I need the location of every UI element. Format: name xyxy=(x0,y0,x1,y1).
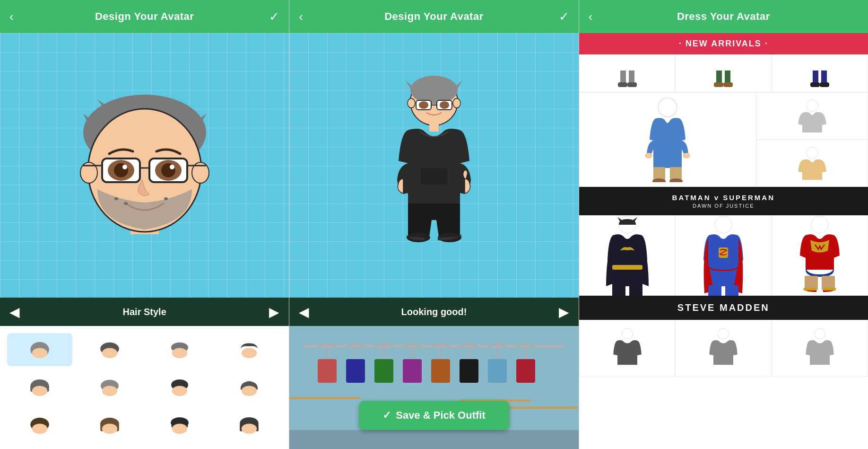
svg-rect-75 xyxy=(374,359,393,383)
hair-option-5[interactable] xyxy=(7,371,72,404)
panel-dress-avatar: ‹ Dress Your Avatar · NEW ARRIVALS · xyxy=(579,0,868,449)
svg-rect-93 xyxy=(627,82,637,87)
svg-point-21 xyxy=(114,197,118,200)
svg-rect-73 xyxy=(346,359,365,383)
hair-option-12[interactable] xyxy=(217,409,282,442)
dress-content-area: · NEW ARRIVALS · xyxy=(579,33,868,449)
panel2-header: ‹ Design Your Avatar ✓ xyxy=(289,0,578,33)
svg-rect-96 xyxy=(714,82,723,87)
avatar-face-svg xyxy=(74,90,216,241)
svg-rect-81 xyxy=(460,359,478,383)
panel2-confirm-button[interactable]: ✓ xyxy=(559,9,569,24)
outfit-batman[interactable] xyxy=(579,215,676,296)
panel1-nav-right[interactable]: ▶ xyxy=(269,304,279,320)
hair-option-3[interactable] xyxy=(147,333,212,366)
panel2-nav-right[interactable]: ▶ xyxy=(559,304,569,320)
svg-point-38 xyxy=(172,386,187,396)
panel2-nav-label: Looking good! xyxy=(401,307,467,317)
svg-point-117 xyxy=(715,216,732,233)
svg-rect-115 xyxy=(612,285,625,296)
avatar-body-svg xyxy=(382,76,486,255)
outfit-steve-3[interactable] xyxy=(772,320,868,377)
svg-point-25 xyxy=(32,348,47,358)
svg-point-109 xyxy=(807,100,818,112)
panel1-confirm-button[interactable]: ✓ xyxy=(269,9,279,24)
outfit-superman[interactable] xyxy=(675,215,772,296)
new-arrivals-banner: · NEW ARRIVALS · xyxy=(579,33,868,54)
hair-option-4[interactable] xyxy=(217,333,282,366)
svg-point-45 xyxy=(102,423,117,434)
hair-option-9[interactable] xyxy=(7,409,72,442)
batman-brand-title: BATMAN v SUPERMAN xyxy=(586,194,861,202)
svg-point-39 xyxy=(242,386,257,396)
svg-rect-86 xyxy=(289,397,360,399)
hair-option-10[interactable] xyxy=(77,409,142,442)
panel2-back-button[interactable]: ‹ xyxy=(299,9,303,24)
svg-rect-64 xyxy=(421,168,447,185)
svg-point-103 xyxy=(645,153,652,158)
clothing-store-area: ✓ Save & Pick Outfit xyxy=(289,326,578,449)
panel-design-body: ‹ Design Your Avatar ✓ xyxy=(289,0,579,449)
save-outfit-button[interactable]: ✓ Save & Pick Outfit xyxy=(359,401,509,430)
avatar-body-area xyxy=(289,33,578,298)
svg-rect-92 xyxy=(618,82,627,87)
svg-rect-119 xyxy=(708,285,721,296)
store-background: ✓ Save & Pick Outfit xyxy=(289,326,578,449)
panel3-back-button[interactable]: ‹ xyxy=(589,9,593,24)
superhero-outfits-grid: ★ ★ ★ xyxy=(579,215,868,296)
batman-brand-subtitle: DAWN OF JUSTICE xyxy=(586,203,861,209)
panel1-title: Design Your Avatar xyxy=(95,10,194,23)
hair-option-8[interactable] xyxy=(217,371,282,404)
svg-point-47 xyxy=(172,423,187,434)
svg-text:★ ★ ★: ★ ★ ★ xyxy=(813,271,825,275)
batman-superman-banner: BATMAN v SUPERMAN DAWN OF JUSTICE xyxy=(579,187,868,215)
svg-point-41 xyxy=(32,423,47,434)
save-outfit-label: Save & Pick Outfit xyxy=(396,409,486,422)
svg-point-20 xyxy=(170,165,174,169)
svg-point-29 xyxy=(172,348,187,358)
panel1-nav-left[interactable]: ◀ xyxy=(9,304,20,320)
svg-rect-63 xyxy=(429,123,439,132)
hair-option-11[interactable] xyxy=(147,409,212,442)
svg-point-30 xyxy=(242,348,257,358)
svg-point-51 xyxy=(242,423,257,434)
outfit-casual-2[interactable] xyxy=(756,92,868,140)
steve-madden-outfits-row xyxy=(579,320,868,377)
svg-point-128 xyxy=(718,328,729,339)
outfit-item-top-3[interactable] xyxy=(772,54,868,92)
svg-point-57 xyxy=(453,98,460,108)
panel3-header: ‹ Dress Your Avatar xyxy=(579,0,868,33)
svg-point-56 xyxy=(408,98,415,108)
hair-options-grid xyxy=(0,326,289,449)
outfit-item-top-2[interactable] xyxy=(675,54,772,92)
svg-rect-106 xyxy=(670,167,682,180)
svg-point-53 xyxy=(410,76,458,104)
panel1-back-button[interactable]: ‹ xyxy=(9,9,14,24)
outfit-steve-2[interactable] xyxy=(675,320,772,377)
hair-option-6[interactable] xyxy=(77,371,142,404)
outfit-casual-3[interactable] xyxy=(756,140,868,187)
panel3-title: Dress Your Avatar xyxy=(677,10,770,23)
svg-point-22 xyxy=(124,202,128,205)
panel2-nav-left[interactable]: ◀ xyxy=(299,304,309,320)
svg-point-102 xyxy=(658,98,677,117)
panel1-header: ‹ Design Your Avatar ✓ xyxy=(0,0,289,33)
svg-point-62 xyxy=(440,101,449,109)
outfit-steve-1[interactable] xyxy=(579,320,676,377)
panel-design-face: ‹ Design Your Avatar ✓ xyxy=(0,0,289,449)
hair-option-7[interactable] xyxy=(147,371,212,404)
hair-option-2[interactable] xyxy=(77,333,142,366)
outfit-wonderwoman[interactable]: ★ ★ ★ xyxy=(772,215,868,296)
top-outfits-row xyxy=(579,54,868,92)
outfit-item-top-1[interactable] xyxy=(579,54,676,92)
svg-rect-114 xyxy=(612,265,642,270)
outfit-casual-1[interactable] xyxy=(579,92,757,187)
avatar-face-area xyxy=(0,33,289,298)
hair-option-1[interactable] xyxy=(7,333,72,366)
svg-point-121 xyxy=(811,216,828,233)
svg-rect-125 xyxy=(804,288,816,291)
casual-outfits-row xyxy=(579,92,868,187)
svg-rect-97 xyxy=(723,82,733,87)
svg-point-129 xyxy=(815,328,825,339)
store-rack-svg xyxy=(289,326,578,449)
